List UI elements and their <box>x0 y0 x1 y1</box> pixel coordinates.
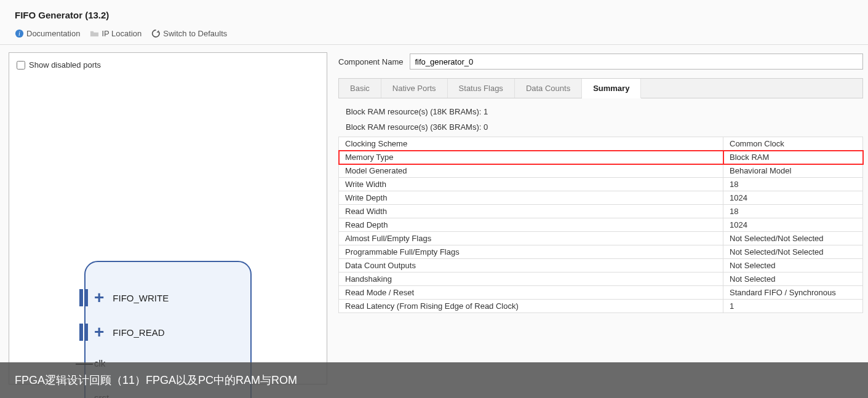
summary-key: Memory Type <box>339 151 723 164</box>
caption-text: FPGA逻辑设计回顾（11）FPGA以及PC中的RAM与ROM <box>15 373 297 388</box>
summary-table-body: Clocking SchemeCommon ClockMemory TypeBl… <box>339 137 863 313</box>
summary-value: 1 <box>723 300 863 313</box>
table-row: Read Width18 <box>339 205 863 218</box>
config-panel: Component Name Basic Native Ports Status… <box>332 52 868 384</box>
table-row: Read Latency (From Rising Edge of Read C… <box>339 300 863 313</box>
show-disabled-ports-label: Show disabled ports <box>29 60 101 70</box>
summary-value: Standard FIFO / Synchronous <box>723 286 863 300</box>
table-row: Write Depth1024 <box>339 191 863 205</box>
svg-rect-3 <box>84 289 88 306</box>
port-fifo-read: + FIFO_READ <box>94 324 165 341</box>
table-row: Memory TypeBlock RAM <box>339 151 863 164</box>
summary-value: Not Selected/Not Selected <box>723 245 863 259</box>
table-row: Model GeneratedBehavioral Model <box>339 164 863 178</box>
table-row: Almost Full/Empty FlagsNot Selected/Not … <box>339 232 863 245</box>
summary-value: Not Selected/Not Selected <box>723 232 863 245</box>
svg-text:i: i <box>18 30 20 37</box>
tab-native-ports[interactable]: Native Ports <box>381 79 448 98</box>
summary-key: Almost Full/Empty Flags <box>339 232 723 245</box>
ip-location-label: IP Location <box>102 29 141 38</box>
summary-key: Read Depth <box>339 218 723 232</box>
summary-key: Model Generated <box>339 164 723 178</box>
bram18-line: Block RAM resource(s) (18K BRAMs): 1 <box>338 103 863 117</box>
svg-rect-5 <box>84 324 88 341</box>
summary-value: Block RAM <box>723 151 863 164</box>
main: Show disabled ports + FIFO_WRITE + FIFO_… <box>0 45 868 392</box>
tab-status-flags[interactable]: Status Flags <box>448 79 515 98</box>
svg-rect-2 <box>79 289 83 306</box>
ip-location-link[interactable]: IP Location <box>90 29 141 38</box>
summary-key: Read Latency (From Rising Edge of Read C… <box>339 300 723 313</box>
summary-value: 18 <box>723 205 863 218</box>
summary-key: Data Count Outputs <box>339 259 723 273</box>
summary-key: Write Width <box>339 178 723 191</box>
component-name-row: Component Name <box>338 54 863 70</box>
component-name-input[interactable] <box>410 54 864 70</box>
port-label: FIFO_READ <box>113 327 164 338</box>
symbol-panel: Show disabled ports + FIFO_WRITE + FIFO_… <box>9 52 327 384</box>
table-row: Data Count OutputsNot Selected <box>339 259 863 273</box>
bus-stub-icon <box>79 324 93 341</box>
table-row: HandshakingNot Selected <box>339 273 863 286</box>
svg-rect-4 <box>79 324 83 341</box>
table-row: Clocking SchemeCommon Clock <box>339 137 863 151</box>
expand-icon[interactable]: + <box>94 289 104 306</box>
summary-key: Programmable Full/Empty Flags <box>339 245 723 259</box>
table-row: Read Depth1024 <box>339 218 863 232</box>
toolbar: i Documentation IP Location Switch to De… <box>0 25 868 45</box>
port-fifo-write: + FIFO_WRITE <box>94 289 169 306</box>
page-title: FIFO Generator (13.2) <box>15 10 853 20</box>
summary-key: Write Depth <box>339 191 723 205</box>
tab-summary[interactable]: Summary <box>582 79 641 98</box>
summary-value: 1024 <box>723 218 863 232</box>
expand-icon[interactable]: + <box>94 324 104 341</box>
summary-value: 18 <box>723 178 863 191</box>
table-row: Programmable Full/Empty FlagsNot Selecte… <box>339 245 863 259</box>
refresh-icon <box>151 29 161 38</box>
bus-stub-icon <box>79 289 93 306</box>
info-icon: i <box>15 29 24 38</box>
summary-value: 1024 <box>723 191 863 205</box>
table-row: Write Width18 <box>339 178 863 191</box>
summary-value: Not Selected <box>723 259 863 273</box>
summary-value: Common Clock <box>723 137 863 151</box>
tab-basic[interactable]: Basic <box>339 79 381 98</box>
summary-value: Not Selected <box>723 273 863 286</box>
summary-table: Clocking SchemeCommon ClockMemory TypeBl… <box>338 137 863 313</box>
bram36-line: Block RAM resource(s) (36K BRAMs): 0 <box>338 119 863 133</box>
summary-key: Clocking Scheme <box>339 137 723 151</box>
summary-value: Behavioral Model <box>723 164 863 178</box>
summary-key: Read Width <box>339 205 723 218</box>
header: FIFO Generator (13.2) <box>0 0 868 25</box>
show-disabled-ports-checkbox[interactable] <box>17 61 25 70</box>
caption-bar: FPGA逻辑设计回顾（11）FPGA以及PC中的RAM与ROM <box>0 362 868 398</box>
tab-data-counts[interactable]: Data Counts <box>515 79 582 98</box>
documentation-link[interactable]: i Documentation <box>15 29 80 38</box>
folder-icon <box>90 29 99 38</box>
summary-key: Handshaking <box>339 273 723 286</box>
tab-bar: Basic Native Ports Status Flags Data Cou… <box>338 78 863 98</box>
component-name-label: Component Name <box>338 57 404 66</box>
table-row: Read Mode / ResetStandard FIFO / Synchro… <box>339 286 863 300</box>
port-label: FIFO_WRITE <box>113 293 169 303</box>
documentation-label: Documentation <box>26 29 80 38</box>
switch-defaults-link[interactable]: Switch to Defaults <box>151 29 227 38</box>
show-disabled-ports-row: Show disabled ports <box>17 60 319 70</box>
summary-key: Read Mode / Reset <box>339 286 723 300</box>
switch-defaults-label: Switch to Defaults <box>163 29 227 38</box>
